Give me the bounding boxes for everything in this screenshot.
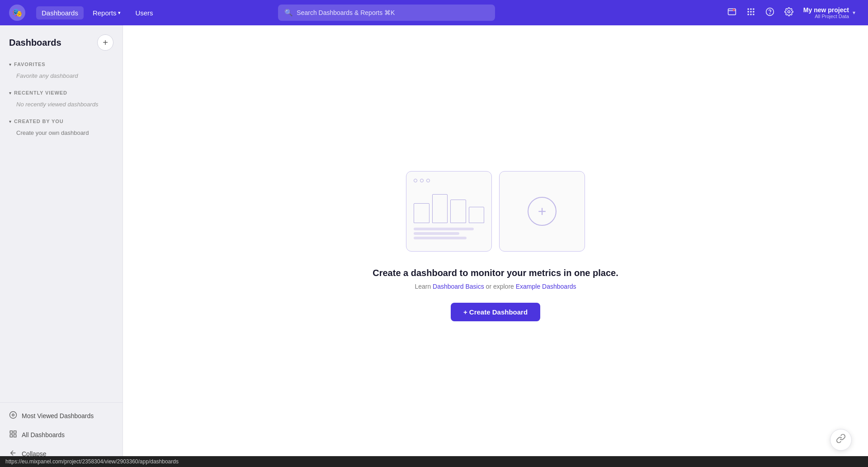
bar-1 (414, 203, 429, 223)
line-1 (414, 228, 474, 230)
nav-users[interactable]: Users (130, 6, 158, 19)
status-url: https://eu.mixpanel.com/project/2358304/… (5, 458, 179, 465)
svg-rect-9 (750, 14, 751, 15)
empty-state-illustration: + (406, 171, 585, 252)
favorites-section: ▾ FAVORITES Favorite any dashboard (0, 58, 123, 86)
top-navigation: 🎭 Dashboards Reports ▾ Users 🔍 Search Da… (0, 0, 868, 25)
recently-viewed-chevron-icon: ▾ (9, 91, 11, 95)
logo-icon: 🎭 (12, 8, 22, 18)
svg-rect-4 (753, 8, 754, 10)
most-viewed-label: Most Viewed Dashboards (22, 412, 94, 419)
plus-circle: + (528, 197, 557, 226)
line-3 (414, 237, 467, 239)
search-placeholder: Search Dashboards & Reports ⌘K (297, 9, 395, 16)
settings-icon (784, 7, 793, 19)
favorites-section-header[interactable]: ▾ FAVORITES (4, 58, 119, 71)
nav-right-actions: My new project All Project Data ▾ (724, 5, 859, 21)
created-by-you-section-header[interactable]: ▾ CREATED BY YOU (4, 115, 119, 128)
create-own-dashboard-link[interactable]: Create your own dashboard (4, 128, 119, 140)
settings-button[interactable] (781, 5, 797, 21)
grid-icon (746, 7, 755, 19)
svg-point-1 (733, 9, 735, 11)
empty-state-title: Create a dashboard to monitor your metri… (373, 268, 618, 278)
recently-viewed-label: RECENTLY VIEWED (14, 90, 67, 95)
fab-button[interactable] (830, 429, 852, 451)
line-2 (414, 232, 459, 235)
svg-rect-7 (753, 11, 754, 12)
apps-button[interactable] (743, 5, 759, 21)
main-content: + Create a dashboard to monitor your met… (123, 25, 868, 467)
project-name: My new project (803, 6, 849, 14)
search-icon: 🔍 (284, 9, 293, 17)
inbox-button[interactable] (724, 5, 740, 21)
svg-rect-5 (747, 11, 749, 12)
subtitle-prefix: Learn (415, 283, 433, 290)
nav-dashboards[interactable]: Dashboards (36, 6, 84, 19)
reports-chevron-icon: ▾ (118, 10, 121, 16)
svg-rect-2 (747, 8, 749, 10)
svg-rect-3 (750, 8, 751, 10)
svg-point-14 (10, 412, 17, 419)
nav-reports-label: Reports (93, 9, 117, 17)
nav-users-label: Users (135, 9, 153, 17)
recently-viewed-empty-text: No recently viewed dashboards (4, 99, 119, 111)
create-dashboard-card: + (499, 171, 585, 252)
svg-rect-10 (753, 14, 754, 15)
bar-4 (469, 207, 485, 223)
sidebar-title: Dashboards (9, 38, 61, 48)
app-logo[interactable]: 🎭 (9, 5, 25, 21)
main-layout: Dashboards + ▾ FAVORITES Favorite any da… (0, 25, 868, 467)
add-icon: + (103, 38, 108, 48)
dot-2 (420, 179, 424, 182)
created-by-you-label: CREATED BY YOU (14, 119, 64, 124)
project-info: My new project All Project Data (803, 6, 849, 19)
global-search[interactable]: 🔍 Search Dashboards & Reports ⌘K (278, 5, 495, 21)
svg-point-15 (12, 414, 14, 416)
create-dashboard-button[interactable]: + Create Dashboard (451, 303, 540, 321)
status-bar: https://eu.mixpanel.com/project/2358304/… (0, 456, 868, 467)
add-dashboard-button[interactable]: + (97, 34, 113, 51)
all-dashboards-icon (9, 430, 17, 440)
nav-links: Dashboards Reports ▾ Users (36, 6, 159, 19)
all-dashboards-label: All Dashboards (22, 431, 65, 438)
svg-point-13 (788, 10, 790, 13)
created-by-you-chevron-icon: ▾ (9, 119, 11, 124)
svg-rect-8 (747, 14, 749, 15)
bar-2 (432, 194, 448, 223)
dashboard-basics-link[interactable]: Dashboard Basics (433, 283, 484, 290)
sidebar-item-all-dashboards[interactable]: All Dashboards (0, 425, 123, 444)
help-button[interactable] (762, 5, 778, 21)
project-chevron-icon: ▾ (853, 10, 855, 16)
empty-state-subtitle: Learn Dashboard Basics or explore Exampl… (415, 283, 576, 290)
favorites-label: FAVORITES (14, 62, 45, 67)
sidebar-header: Dashboards + (0, 25, 123, 58)
bar-3 (450, 200, 466, 223)
sidebar-item-most-viewed[interactable]: Most Viewed Dashboards (0, 406, 123, 425)
subtitle-middle: or explore (484, 283, 516, 290)
help-icon (765, 7, 774, 19)
favorites-chevron-icon: ▾ (9, 62, 11, 67)
project-subtitle: All Project Data (803, 14, 849, 19)
favorites-empty-text: Favorite any dashboard (4, 71, 119, 83)
sidebar: Dashboards + ▾ FAVORITES Favorite any da… (0, 25, 123, 467)
most-viewed-icon (9, 411, 17, 421)
dot-3 (426, 179, 430, 182)
dot-1 (414, 179, 417, 182)
link-icon (836, 434, 846, 446)
create-dashboard-label: + Create Dashboard (463, 308, 528, 316)
project-switcher[interactable]: My new project All Project Data ▾ (800, 5, 859, 21)
inbox-icon (727, 7, 736, 19)
nav-reports[interactable]: Reports ▾ (87, 6, 127, 19)
nav-dashboards-label: Dashboards (42, 9, 78, 17)
svg-point-12 (769, 13, 770, 14)
created-by-you-section: ▾ CREATED BY YOU Create your own dashboa… (0, 115, 123, 143)
svg-rect-6 (750, 11, 751, 12)
example-dashboards-link[interactable]: Example Dashboards (516, 283, 576, 290)
recently-viewed-section: ▾ RECENTLY VIEWED No recently viewed das… (0, 86, 123, 115)
dashboard-preview-card (406, 171, 492, 252)
recently-viewed-section-header[interactable]: ▾ RECENTLY VIEWED (4, 86, 119, 99)
